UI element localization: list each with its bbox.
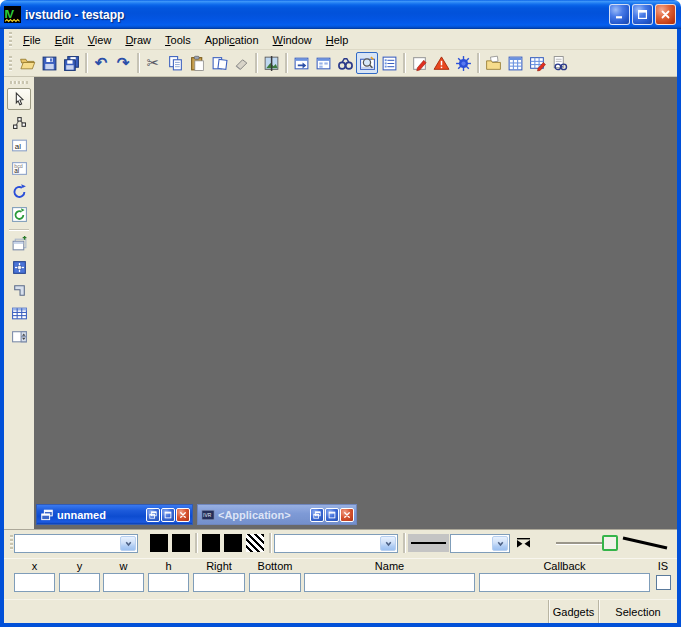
callback-field-group: Callback (479, 559, 650, 592)
warning-button[interactable] (430, 52, 452, 74)
cut-button[interactable]: ✂ (142, 52, 164, 74)
properties-panel: IS xywhRightBottomNameCallback (4, 529, 677, 599)
mdi-window-titlebar-1[interactable]: IVR<Application> (197, 504, 357, 525)
menu-item-draw[interactable]: Draw (118, 31, 158, 49)
ivr-app-icon: IVR (201, 508, 215, 522)
image-button[interactable] (260, 52, 282, 74)
gadget-class-combo-dropdown-button[interactable] (120, 536, 136, 551)
status-gadgets: Gadgets (548, 600, 598, 623)
right-input[interactable] (193, 573, 245, 592)
mdi-restore-button[interactable] (146, 508, 160, 522)
new-window-tool-button[interactable] (7, 233, 31, 255)
line-width-combo-dropdown-button[interactable] (492, 536, 508, 551)
w-input[interactable] (103, 573, 144, 592)
h-input[interactable] (148, 573, 189, 592)
undo-button[interactable]: ↶ (90, 52, 112, 74)
color-swatch-2[interactable] (172, 534, 190, 552)
y-label: y (59, 559, 100, 573)
save-all-button[interactable] (60, 52, 82, 74)
table-tool-button[interactable] (7, 302, 31, 324)
slider-thumb[interactable] (602, 535, 618, 551)
color-swatch-4[interactable] (224, 534, 242, 552)
spin-panel-icon (11, 328, 28, 345)
status-spacer (4, 600, 548, 623)
design-canvas[interactable]: unnamedIVR<Application> (34, 77, 677, 529)
paste-button[interactable] (186, 52, 208, 74)
label-abc-tool-button[interactable]: bcdal (7, 157, 31, 179)
bottom-input[interactable] (249, 573, 301, 592)
mdi-window-titlebar-0[interactable]: unnamed (36, 504, 193, 525)
y-input[interactable] (59, 573, 100, 592)
menu-item-file[interactable]: File (16, 31, 48, 49)
folder-docs-button[interactable] (482, 52, 504, 74)
window-form-button[interactable] (312, 52, 334, 74)
mdi-restore-button[interactable] (310, 508, 324, 522)
menu-item-edit[interactable]: Edit (48, 31, 81, 49)
corner-tool-button[interactable] (7, 279, 31, 301)
menu-item-tools[interactable]: Tools (158, 31, 198, 49)
palette-separator (9, 229, 29, 230)
bowtie-marker-icon[interactable] (515, 535, 532, 551)
position-tool-button[interactable] (7, 256, 31, 278)
save-button[interactable] (38, 52, 60, 74)
style-combo-dropdown-button[interactable] (380, 536, 396, 551)
palette-gripper[interactable] (10, 81, 28, 84)
style-combo[interactable] (274, 534, 398, 553)
minimize-button[interactable] (609, 4, 630, 25)
maximize-button[interactable] (632, 4, 653, 25)
is-checkbox[interactable] (656, 575, 671, 590)
duplicate-button[interactable] (208, 52, 230, 74)
mdi-maximize-button[interactable] (161, 508, 175, 522)
rotate-tool-button[interactable] (7, 180, 31, 202)
mdi-dock: unnamedIVR<Application> (36, 504, 357, 525)
gadget-class-combo[interactable] (14, 534, 138, 553)
toolbar-gripper[interactable] (9, 56, 12, 71)
props-gripper[interactable] (10, 535, 13, 550)
name-input[interactable] (304, 573, 475, 592)
mdi-maximize-button[interactable] (325, 508, 339, 522)
close-button[interactable] (655, 4, 676, 25)
mdi-close-button[interactable] (176, 508, 190, 522)
warning-icon (433, 55, 450, 72)
toolbar-separator (137, 53, 139, 73)
bug-button[interactable] (452, 52, 474, 74)
search-docs-button[interactable] (548, 52, 570, 74)
grid-window-button[interactable] (504, 52, 526, 74)
mdi-close-button[interactable] (340, 508, 354, 522)
menu-item-help[interactable]: Help (319, 31, 356, 49)
redo-button[interactable]: ↷ (112, 52, 134, 74)
eraser-button[interactable] (230, 52, 252, 74)
color-swatch-3[interactable] (202, 534, 220, 552)
width-slider[interactable] (556, 534, 618, 552)
menu-item-application[interactable]: Application (198, 31, 266, 49)
line-width-combo[interactable] (450, 534, 510, 553)
list-details-button[interactable] (378, 52, 400, 74)
label-al-tool-button[interactable]: al (7, 134, 31, 156)
select-arrow-tool-button[interactable] (7, 88, 31, 110)
color-swatch-1[interactable] (150, 534, 168, 552)
menu-item-window[interactable]: Window (266, 31, 319, 49)
mdi-window-title: <Application> (218, 509, 309, 521)
x-field-group: x (14, 559, 55, 592)
binoculars-button[interactable] (334, 52, 356, 74)
menubar-gripper[interactable] (9, 32, 12, 47)
polyline-tool-button[interactable] (7, 111, 31, 133)
pattern-swatch[interactable] (246, 534, 264, 552)
crescent-icon[interactable] (535, 535, 550, 551)
menu-item-view[interactable]: View (81, 31, 119, 49)
callback-input[interactable] (479, 573, 650, 592)
title-bar[interactable]: IV ivstudio - testapp (0, 0, 681, 29)
refresh-tool-button[interactable] (7, 203, 31, 225)
table-edit-button[interactable] (526, 52, 548, 74)
name-label: Name (304, 559, 475, 573)
geometry-row: IS xywhRightBottomNameCallback (4, 558, 677, 600)
label-abc-icon: bcdal (11, 160, 28, 177)
copy-button[interactable] (164, 52, 186, 74)
svg-text:al: al (14, 141, 20, 150)
spin-panel-tool-button[interactable] (7, 325, 31, 347)
open-folder-button[interactable] (16, 52, 38, 74)
magnifier-window-button[interactable] (356, 52, 378, 74)
edit-note-button[interactable] (408, 52, 430, 74)
x-input[interactable] (14, 573, 55, 592)
window-arrow-button[interactable] (290, 52, 312, 74)
